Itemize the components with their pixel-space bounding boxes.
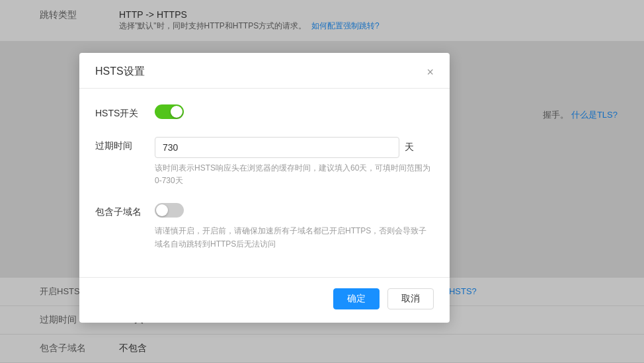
hsts-toggle-label: HSTS开关 [95, 104, 155, 120]
dialog-footer: 确定 取消 [79, 277, 450, 323]
subdomain-toggle-label: 包含子域名 [95, 203, 155, 218]
hsts-toggle-control [155, 104, 434, 121]
dialog-body: HSTS开关 过期时间 天 该时间表示HSTS响应头在浏览器的缓存时间，建议填入… [79, 89, 450, 272]
cancel-button[interactable]: 取消 [387, 288, 434, 309]
hsts-toggle-row: HSTS开关 [95, 104, 434, 121]
hsts-toggle[interactable] [155, 104, 184, 119]
expiry-input-row: 天 [155, 137, 434, 158]
expiry-hint: 该时间表示HSTS响应头在浏览器的缓存时间，建议填入60天，可填时间范围为0-7… [155, 162, 434, 187]
expiry-time-control: 天 该时间表示HSTS响应头在浏览器的缓存时间，建议填入60天，可填时间范围为0… [155, 137, 434, 187]
expiry-time-label: 过期时间 [95, 137, 155, 152]
subdomain-toggle-row: 包含子域名 请谨慎开启，开启前，请确保加速所有子域名都已开启HTTPS，否则会导… [95, 203, 434, 250]
subdomain-toggle[interactable] [155, 203, 184, 218]
confirm-button[interactable]: 确定 [333, 288, 380, 309]
hsts-dialog: HSTS设置 × HSTS开关 过期时间 天 该时间表示HSTS响应头在浏览器的… [79, 53, 450, 323]
expiry-input[interactable] [155, 137, 399, 158]
dialog-header: HSTS设置 × [79, 53, 450, 89]
subdomain-hint: 请谨慎开启，开启前，请确保加速所有子域名都已开启HTTPS，否则会导致子域名自动… [155, 225, 434, 250]
dialog-title: HSTS设置 [95, 65, 145, 79]
expiry-unit: 天 [405, 141, 414, 153]
expiry-time-row: 过期时间 天 该时间表示HSTS响应头在浏览器的缓存时间，建议填入60天，可填时… [95, 137, 434, 187]
close-button[interactable]: × [426, 66, 434, 78]
subdomain-toggle-control: 请谨慎开启，开启前，请确保加速所有子域名都已开启HTTPS，否则会导致子域名自动… [155, 203, 434, 250]
hsts-toggle-thumb [171, 106, 182, 118]
